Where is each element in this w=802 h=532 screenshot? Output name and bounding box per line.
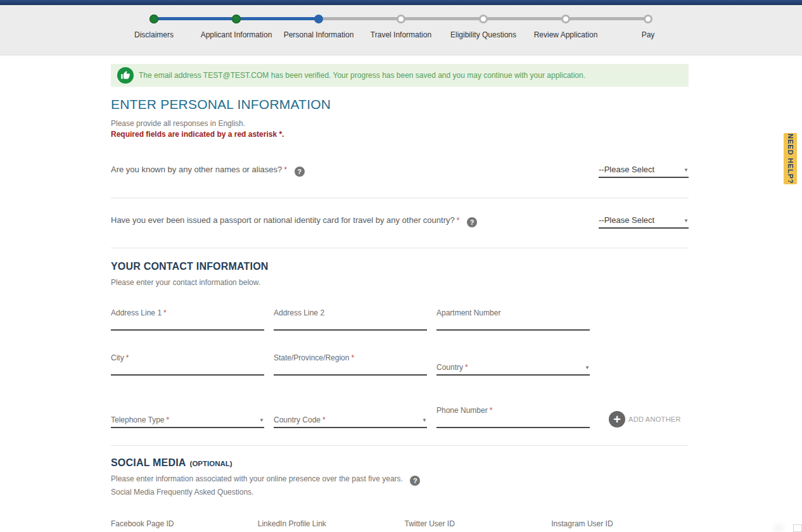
country-field: Country* ▼	[436, 363, 590, 376]
social-section-subtitle: Please enter information associated with…	[111, 474, 689, 486]
social-title-text: SOCIAL MEDIA	[111, 457, 186, 469]
step-disclaimers[interactable]: Disclaimers	[113, 5, 195, 40]
state-province-field: State/Province/Region*	[274, 353, 427, 376]
required-fields-note: Required fields are indicated by a red a…	[111, 130, 689, 139]
plus-icon: +	[609, 411, 625, 428]
field-label: LinkedIn Profile Link	[258, 519, 395, 528]
phone-number-input[interactable]	[436, 417, 590, 428]
aliases-select[interactable]: --Please Select ▼	[599, 162, 689, 178]
field-label: Address Line 1*	[111, 308, 264, 317]
question-text: Are you known by any other names or alia…	[111, 165, 282, 174]
country-select[interactable]: Country* ▼	[436, 363, 590, 376]
field-label: Apartment Number	[436, 308, 590, 317]
field-label: Country Code*	[274, 415, 326, 424]
social-media-faq-link[interactable]: Social Media Frequently Asked Questions.	[111, 488, 689, 497]
country-code-field: Country Code* ▼	[274, 415, 427, 428]
progress-stepper: Disclaimers Applicant Information Person…	[113, 5, 689, 54]
telephone-row: Telephone Type* ▼ Country Code* ▼ Phone …	[111, 406, 689, 428]
address-line-1-input[interactable]	[111, 319, 264, 331]
field-label: Twitter User ID	[405, 519, 542, 528]
required-asterisk: *	[322, 415, 326, 424]
required-asterisk: *	[284, 165, 287, 174]
add-another-label: ADD ANOTHER	[628, 415, 681, 423]
facebook-field: Facebook Page ID	[111, 519, 248, 532]
address-row: Address Line 1* Address Line 2 Apartment…	[111, 308, 689, 331]
apartment-number-input[interactable]	[436, 319, 590, 331]
step-label: Pay	[642, 30, 655, 39]
step-eligibility-questions[interactable]: Eligibility Questions	[442, 5, 525, 40]
social-section-title: SOCIAL MEDIA (OPTIONAL)	[111, 457, 689, 469]
linkedin-field: LinkedIn Profile Link	[258, 519, 395, 532]
step-label: Personal Information	[284, 30, 354, 39]
section-divider	[111, 445, 689, 446]
state-province-input[interactable]	[274, 364, 427, 376]
required-asterisk: *	[351, 353, 354, 362]
apartment-number-field: Apartment Number	[436, 308, 590, 331]
city-input[interactable]	[111, 364, 264, 376]
select-value: --Please Select	[599, 165, 654, 174]
add-phone-button[interactable]: + ADD ANOTHER	[609, 411, 681, 428]
field-label: State/Province/Region*	[274, 353, 427, 362]
step-label: Disclaimers	[134, 30, 174, 39]
twitter-field: Twitter User ID	[405, 519, 542, 532]
help-icon[interactable]: ?	[467, 217, 477, 227]
aliases-question-label: Are you known by any other names or alia…	[111, 162, 599, 177]
step-dot-current	[314, 15, 323, 23]
contact-section-title: YOUR CONTACT INFORMATION	[111, 261, 689, 272]
other-passport-select[interactable]: --Please Select ▼	[599, 212, 689, 229]
social-subtitle-text: Please enter information associated with…	[111, 474, 403, 483]
required-asterisk: *	[163, 308, 167, 317]
question-text: Have you ever been issued a passport or …	[111, 215, 455, 225]
step-personal-information[interactable]: Personal Information	[277, 5, 360, 40]
chevron-down-icon: ▼	[259, 418, 264, 424]
field-label: Telephone Type*	[111, 415, 169, 424]
step-label: Applicant Information	[201, 30, 272, 39]
corner-widget	[793, 524, 802, 532]
field-label: Instagram User ID	[551, 519, 689, 528]
step-applicant-information[interactable]: Applicant Information	[195, 5, 277, 40]
help-icon[interactable]: ?	[410, 476, 420, 486]
field-label: Facebook Page ID	[111, 519, 248, 528]
step-review-application[interactable]: Review Application	[525, 5, 607, 40]
chevron-down-icon: ▼	[585, 365, 590, 372]
step-dot-complete	[150, 15, 158, 23]
city-state-country-row: City* State/Province/Region* Country* ▼	[111, 353, 689, 376]
step-dot-upcoming	[397, 15, 405, 23]
main-content: The email address TEST@TEST.COM has been…	[111, 64, 689, 532]
help-icon[interactable]: ?	[295, 167, 305, 177]
contact-section-subtitle: Please enter your contact information be…	[111, 278, 689, 287]
chevron-down-icon: ▼	[684, 168, 689, 174]
chevron-down-icon: ▼	[684, 218, 689, 225]
required-asterisk: *	[490, 406, 493, 415]
city-field: City*	[111, 353, 264, 376]
step-label: Eligibility Questions	[450, 30, 516, 39]
page-title: ENTER PERSONAL INFORMATION	[111, 97, 689, 112]
field-label: Address Line 2	[274, 308, 427, 317]
telephone-type-select[interactable]: Telephone Type* ▼	[111, 415, 264, 428]
need-help-tab[interactable]: NEED HELP?	[784, 133, 797, 184]
step-label: Travel Information	[371, 30, 431, 39]
address-line-2-input[interactable]	[274, 319, 427, 331]
required-asterisk: *	[465, 363, 468, 372]
field-label: Phone Number*	[436, 406, 590, 415]
required-asterisk: *	[126, 353, 129, 362]
step-travel-information[interactable]: Travel Information	[360, 5, 442, 40]
social-ids-row: Facebook Page ID LinkedIn Profile Link T…	[111, 519, 689, 532]
email-verified-banner: The email address TEST@TEST.COM has been…	[111, 64, 689, 87]
country-code-select[interactable]: Country Code* ▼	[274, 415, 427, 428]
phone-number-field: Phone Number*	[436, 406, 590, 428]
select-value: --Please Select	[599, 215, 654, 225]
step-pay[interactable]: Pay	[607, 5, 689, 40]
required-asterisk: *	[457, 216, 460, 225]
instagram-field: Instagram User ID	[551, 519, 689, 532]
address-line-2-field: Address Line 2	[274, 308, 427, 331]
top-navbar	[0, 0, 802, 5]
english-note: Please provide all responses in English.	[111, 119, 689, 128]
chevron-down-icon: ▼	[422, 418, 427, 424]
required-asterisk: *	[167, 415, 170, 424]
need-help-label: NEED HELP?	[787, 134, 794, 184]
optional-tag: (OPTIONAL)	[190, 460, 232, 467]
step-label: Review Application	[534, 30, 598, 39]
field-label: Country*	[436, 363, 468, 372]
step-dot-upcoming	[644, 15, 652, 23]
